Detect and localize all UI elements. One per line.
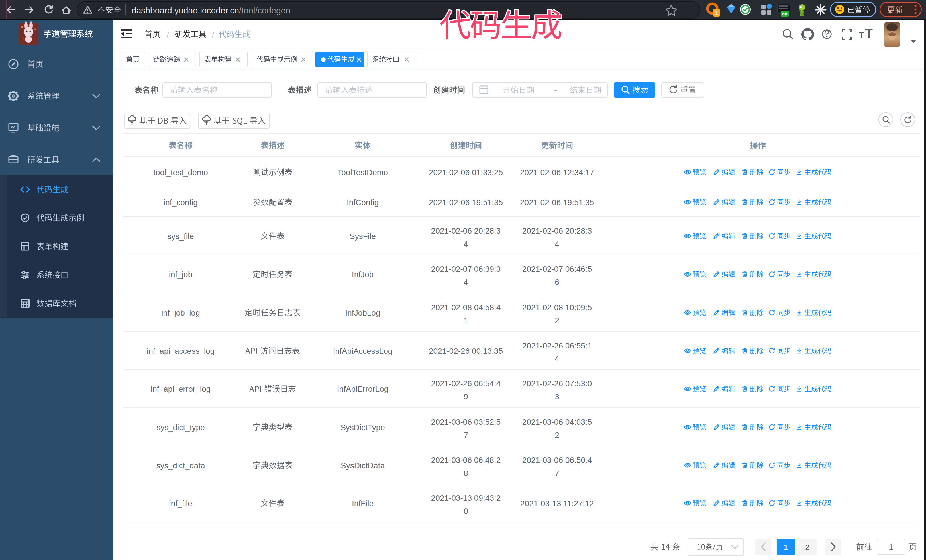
svg-text:1: 1 bbox=[715, 10, 718, 16]
svg-text:T: T bbox=[865, 27, 873, 41]
svg-text:on: on bbox=[782, 11, 787, 16]
svg-text:T: T bbox=[859, 30, 864, 39]
